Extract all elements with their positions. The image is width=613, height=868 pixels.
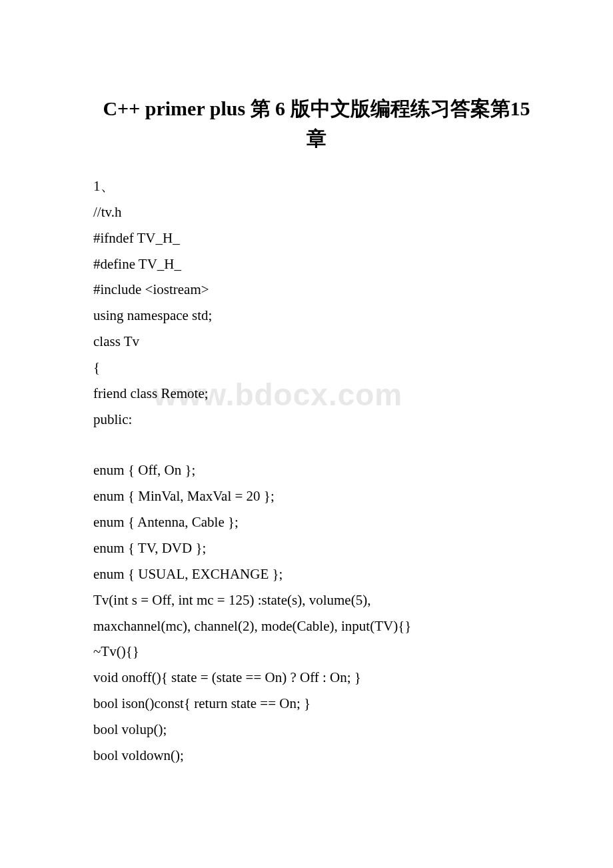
code-line: #include <iostream> [93,277,540,303]
code-line: bool voldown(); [93,743,540,769]
code-line: enum { Antenna, Cable }; [93,509,540,535]
code-line: #define TV_H_ [93,251,540,277]
code-line: enum { MinVal, MaxVal = 20 }; [93,483,540,509]
code-line: { [93,355,540,381]
blank-line [93,432,540,457]
code-line: void onoff(){ state = (state == On) ? Of… [93,665,540,691]
code-line: Tv(int s = Off, int mc = 125) :state(s),… [93,587,540,613]
code-line: enum { TV, DVD }; [93,535,540,561]
code-line: bool ison()const{ return state == On; } [93,691,540,717]
code-line: ~Tv(){} [93,639,540,665]
code-line: enum { USUAL, EXCHANGE }; [93,561,540,587]
code-line: bool volup(); [93,717,540,743]
code-line: enum { Off, On }; [93,457,540,483]
code-line: friend class Remote; [93,381,540,407]
code-line: using namespace std; [93,303,540,329]
code-line: maxchannel(mc), channel(2), mode(Cable),… [93,613,540,639]
code-line: 1、 [93,173,540,199]
code-line: public: [93,407,540,433]
code-line: class Tv [93,329,540,355]
code-content: 1、 //tv.h #ifndef TV_H_ #define TV_H_ #i… [93,173,540,769]
document-title: C++ primer plus 第 6 版中文版编程练习答案第15 章 [93,93,540,153]
code-line: #ifndef TV_H_ [93,225,540,251]
code-line: //tv.h [93,199,540,225]
